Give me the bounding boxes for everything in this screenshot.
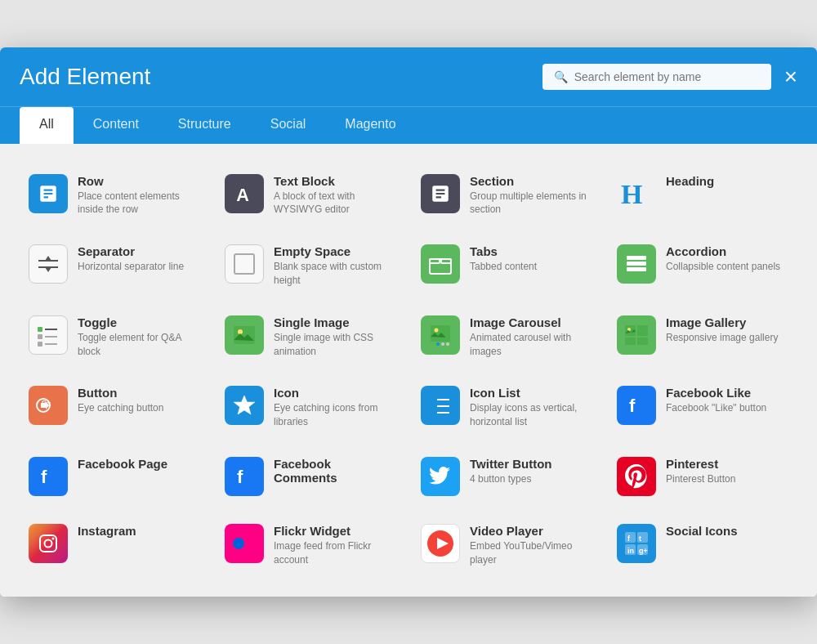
heading-name: Heading	[666, 174, 788, 188]
search-box[interactable]: 🔍	[542, 64, 771, 90]
svg-rect-8	[430, 259, 440, 263]
row-desc: Place content elements inside the row	[78, 190, 200, 217]
toggle-info: ToggleToggle element for Q&A block	[78, 315, 200, 359]
svg-text:in: in	[627, 547, 634, 555]
accordion-name: Accordion	[666, 244, 788, 258]
element-item-separator[interactable]: SeparatorHorizontal separator line	[16, 230, 212, 302]
image-carousel-desc: Animated carousel with images	[470, 331, 592, 359]
icon-list-icon	[421, 386, 460, 425]
icon-list-desc: Display icons as vertical, horizontal li…	[470, 401, 592, 429]
empty-space-name: Empty Space	[274, 244, 396, 258]
section-name: Section	[470, 174, 592, 188]
element-item-facebook-like[interactable]: fFacebook LikeFacebook "Like" button	[605, 372, 801, 443]
separator-desc: Horizontal separator line	[78, 260, 200, 274]
svg-point-46	[233, 538, 244, 549]
tab-magento[interactable]: Magento	[325, 107, 415, 144]
element-item-flickr-widget[interactable]: Flickr WidgetImage feed from Flickr acco…	[212, 510, 408, 581]
button-icon: G+	[29, 386, 68, 425]
row-info: RowPlace content elements inside the row	[78, 174, 200, 217]
instagram-icon	[29, 524, 68, 563]
add-element-modal: Add Element 🔍 × All Content Structure So…	[0, 47, 817, 597]
svg-marker-3	[45, 256, 51, 261]
tab-social[interactable]: Social	[251, 107, 326, 144]
close-button[interactable]: ×	[784, 65, 797, 88]
button-desc: Eye catching button	[78, 401, 200, 415]
icon-name: Icon	[274, 386, 396, 400]
element-item-social-icons[interactable]: fting+Social Icons	[605, 510, 801, 581]
facebook-like-desc: Facebook "Like" button	[666, 401, 788, 415]
element-item-video-player[interactable]: Video PlayerEmbed YouTube/Vimeo player	[408, 510, 605, 581]
svg-text:f: f	[41, 467, 47, 487]
tabs-desc: Tabbed content	[470, 260, 592, 274]
svg-rect-28	[637, 325, 648, 336]
element-item-icon[interactable]: IconEye catching icons from libraries	[212, 372, 408, 443]
element-item-empty-space[interactable]: Empty SpaceBlank space with custom heigh…	[212, 230, 408, 302]
button-name: Button	[78, 386, 200, 400]
svg-text:g+: g+	[639, 547, 648, 555]
svg-rect-15	[38, 334, 42, 339]
element-item-single-image[interactable]: Single ImageSingle image with CSS animat…	[212, 302, 408, 373]
tab-content[interactable]: Content	[74, 107, 158, 144]
image-carousel-name: Image Carousel	[470, 315, 592, 329]
pinterest-desc: Pinterest Button	[666, 472, 788, 486]
element-item-text-block[interactable]: AText BlockA block of text with WYSIWYG …	[212, 160, 408, 231]
modal-title: Add Element	[20, 64, 150, 90]
svg-point-36	[430, 404, 435, 409]
twitter-button-icon	[421, 457, 460, 496]
video-player-name: Video Player	[470, 524, 592, 538]
single-image-icon	[225, 315, 264, 355]
twitter-button-name: Twitter Button	[470, 457, 592, 471]
svg-text:A: A	[236, 184, 249, 203]
element-item-heading[interactable]: HHeading	[605, 160, 801, 231]
tab-all[interactable]: All	[20, 107, 74, 144]
facebook-page-icon: f	[29, 457, 68, 496]
svg-point-23	[436, 342, 440, 346]
svg-text:t: t	[639, 534, 641, 543]
element-item-image-gallery[interactable]: Image GalleryResponsive image gallery	[605, 302, 801, 373]
svg-point-47	[244, 538, 256, 549]
element-item-image-carousel[interactable]: Image CarouselAnimated carousel with ima…	[408, 302, 605, 373]
facebook-like-icon: f	[617, 386, 656, 425]
svg-rect-12	[627, 267, 646, 271]
empty-space-info: Empty SpaceBlank space with custom heigh…	[274, 244, 396, 288]
element-item-facebook-page[interactable]: fFacebook Page	[16, 443, 212, 510]
button-info: ButtonEye catching button	[78, 386, 200, 415]
element-item-pinterest[interactable]: PinterestPinterest Button	[605, 443, 801, 510]
icon-list-info: Icon ListDisplay icons as vertical, hori…	[470, 386, 592, 429]
element-item-tabs[interactable]: TabsTabbed content	[408, 230, 605, 302]
image-carousel-info: Image CarouselAnimated carousel with ima…	[470, 315, 592, 359]
toggle-desc: Toggle element for Q&A block	[78, 331, 200, 359]
svg-point-38	[430, 410, 435, 415]
facebook-page-info: Facebook Page	[78, 457, 200, 472]
element-item-facebook-comments[interactable]: fFacebook Comments	[212, 443, 408, 510]
element-item-button[interactable]: G+ButtonEye catching button	[16, 372, 212, 443]
element-item-instagram[interactable]: Instagram	[16, 510, 212, 581]
single-image-desc: Single image with CSS animation	[274, 331, 396, 359]
icon-desc: Eye catching icons from libraries	[274, 401, 396, 429]
element-item-toggle[interactable]: ToggleToggle element for Q&A block	[16, 302, 212, 373]
modal-header: Add Element 🔍 ×	[0, 47, 817, 106]
element-item-row[interactable]: RowPlace content elements inside the row	[16, 160, 212, 231]
element-item-icon-list[interactable]: Icon ListDisplay icons as vertical, hori…	[408, 372, 605, 443]
svg-point-22	[435, 328, 439, 332]
tab-structure[interactable]: Structure	[158, 107, 251, 144]
section-icon	[421, 174, 460, 213]
text-block-icon: A	[225, 174, 264, 213]
heading-icon: H	[617, 174, 656, 213]
element-item-section[interactable]: SectionGroup multiple elements in sectio…	[408, 160, 605, 231]
svg-point-44	[45, 539, 52, 547]
search-icon: 🔍	[554, 70, 568, 83]
separator-icon	[29, 244, 68, 284]
image-carousel-icon	[421, 315, 460, 355]
text-block-name: Text Block	[274, 174, 396, 188]
single-image-info: Single ImageSingle image with CSS animat…	[274, 315, 396, 359]
elements-content: RowPlace content elements inside the row…	[0, 144, 817, 597]
text-block-info: Text BlockA block of text with WYSIWYG e…	[274, 174, 396, 217]
svg-text:f: f	[237, 467, 243, 487]
icon-info: IconEye catching icons from libraries	[274, 386, 396, 429]
search-input[interactable]	[574, 70, 760, 83]
svg-marker-33	[234, 396, 255, 414]
element-item-twitter-button[interactable]: Twitter Button4 button types	[408, 443, 605, 510]
tabs-name: Tabs	[470, 244, 592, 258]
element-item-accordion[interactable]: AccordionCollapsible content panels	[605, 230, 801, 302]
